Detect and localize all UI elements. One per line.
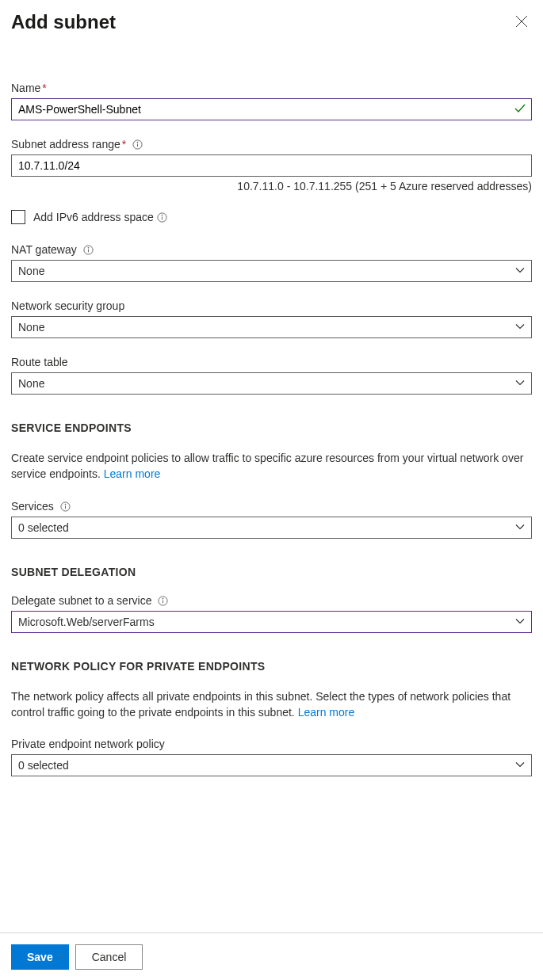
info-icon[interactable] [83,245,94,255]
svg-point-7 [162,215,163,215]
nsg-select[interactable]: None [11,316,532,338]
delegate-value: Microsoft.Web/serverFarms [18,616,155,628]
subnet-range-label: Subnet address range* [11,138,532,151]
private-endpoint-policy-select[interactable]: 0 selected [11,754,532,776]
delegate-label-text: Delegate subnet to a service [11,594,151,607]
private-endpoint-policy-value: 0 selected [18,759,69,772]
info-icon[interactable] [158,596,168,606]
svg-point-16 [163,598,163,599]
subnet-range-label-text: Subnet address range [11,138,120,151]
svg-point-4 [137,142,138,143]
chevron-down-icon [515,521,525,534]
svg-point-13 [65,504,66,505]
info-icon[interactable] [60,501,71,512]
learn-more-link[interactable]: Learn more [104,467,161,480]
subnet-delegation-heading: SUBNET DELEGATION [11,566,532,578]
cancel-button[interactable]: Cancel [75,944,143,970]
svg-point-10 [88,247,89,248]
name-input[interactable] [11,98,532,120]
nat-gateway-label-text: NAT gateway [11,243,77,256]
chevron-down-icon [515,377,525,390]
chevron-down-icon [515,265,525,277]
service-endpoints-heading: SERVICE ENDPOINTS [11,421,532,434]
required-asterisk: * [42,82,46,94]
nsg-value: None [18,321,44,334]
close-icon [516,17,527,29]
page-title: Add subnet [11,11,116,33]
subnet-range-hint: 10.7.11.0 - 10.7.11.255 (251 + 5 Azure r… [11,180,532,193]
network-policy-description: The network policy affects all private e… [11,688,532,721]
service-endpoints-description: Create service endpoint policies to allo… [11,450,532,482]
nat-gateway-label: NAT gateway [11,243,532,256]
route-table-select[interactable]: None [11,372,532,395]
name-label-text: Name [11,82,40,94]
checkmark-icon [514,102,526,117]
footer-bar: Save Cancel [0,932,543,980]
subnet-range-input[interactable] [11,154,532,177]
private-endpoint-policy-label: Private endpoint network policy [11,738,532,750]
close-button[interactable] [511,11,532,34]
nat-gateway-select[interactable]: None [11,260,532,282]
chevron-down-icon [515,616,525,628]
nsg-label: Network security group [11,299,532,312]
save-button[interactable]: Save [11,944,69,970]
ipv6-label: Add IPv6 address space [33,211,154,223]
learn-more-link[interactable]: Learn more [298,706,355,719]
chevron-down-icon [515,321,525,334]
services-label-text: Services [11,500,54,513]
services-value: 0 selected [18,521,69,534]
services-select[interactable]: 0 selected [11,517,532,539]
name-label: Name* [11,82,532,94]
route-table-label: Route table [11,356,532,368]
info-icon[interactable] [157,212,167,223]
delegate-label: Delegate subnet to a service [11,594,532,607]
chevron-down-icon [515,759,525,772]
ipv6-checkbox[interactable] [11,210,25,224]
required-asterisk: * [122,138,126,151]
delegate-select[interactable]: Microsoft.Web/serverFarms [11,611,532,633]
info-icon[interactable] [132,139,143,150]
services-label: Services [11,500,532,513]
route-table-value: None [18,377,44,390]
network-policy-heading: NETWORK POLICY FOR PRIVATE ENDPOINTS [11,660,532,673]
nat-gateway-value: None [18,265,44,277]
